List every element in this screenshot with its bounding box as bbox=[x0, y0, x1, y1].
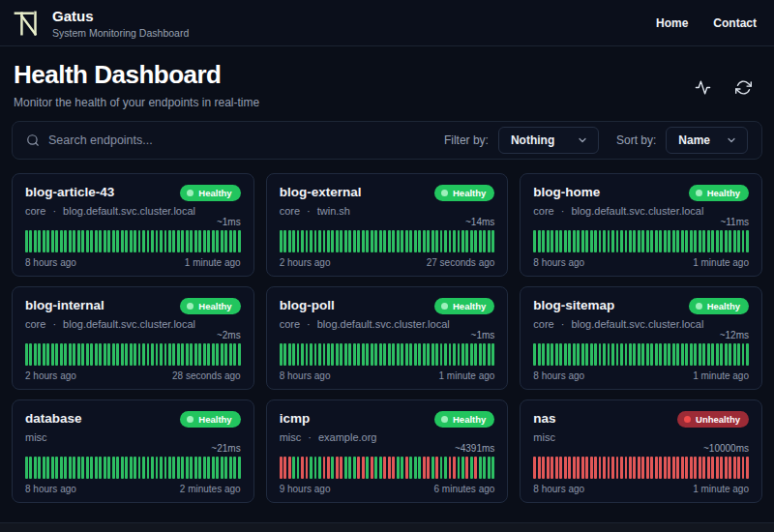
uptime-bar-success[interactable] bbox=[280, 343, 283, 366]
uptime-bar-failure[interactable] bbox=[720, 457, 723, 479]
uptime-bar-success[interactable] bbox=[659, 230, 662, 252]
uptime-bar-success[interactable] bbox=[646, 230, 649, 252]
uptime-bar-failure[interactable] bbox=[672, 457, 675, 479]
uptime-bar-success[interactable] bbox=[34, 343, 37, 366]
uptime-bar-success[interactable] bbox=[107, 457, 110, 479]
uptime-bar-success[interactable] bbox=[388, 230, 391, 252]
uptime-bar-success[interactable] bbox=[190, 230, 193, 252]
uptime-bar-success[interactable] bbox=[138, 457, 141, 479]
uptime-bar-success[interactable] bbox=[134, 457, 136, 479]
uptime-bar-success[interactable] bbox=[336, 343, 339, 366]
uptime-bar-success[interactable] bbox=[491, 343, 494, 366]
uptime-bar-success[interactable] bbox=[479, 343, 482, 366]
uptime-bar-success[interactable] bbox=[611, 230, 614, 252]
uptime-bar-success[interactable] bbox=[414, 457, 417, 479]
uptime-bar-success[interactable] bbox=[216, 230, 219, 252]
uptime-bar-success[interactable] bbox=[458, 230, 461, 252]
uptime-bar-success[interactable] bbox=[650, 343, 653, 366]
uptime-bar-failure[interactable] bbox=[685, 457, 688, 479]
uptime-bar-success[interactable] bbox=[577, 343, 580, 366]
uptime-bar-success[interactable] bbox=[306, 343, 309, 366]
uptime-bar-success[interactable] bbox=[238, 457, 241, 479]
uptime-bar-failure[interactable] bbox=[474, 457, 477, 479]
uptime-bar-success[interactable] bbox=[559, 230, 562, 252]
uptime-bar-success[interactable] bbox=[371, 343, 373, 366]
endpoint-card[interactable]: icmp Healthy misc · example.org ~4391ms … bbox=[266, 399, 509, 503]
uptime-bar-success[interactable] bbox=[746, 230, 749, 252]
uptime-bar-success[interactable] bbox=[733, 230, 736, 252]
uptime-bar-success[interactable] bbox=[238, 230, 241, 252]
uptime-bar-success[interactable] bbox=[172, 230, 175, 252]
uptime-bar-success[interactable] bbox=[233, 343, 236, 366]
uptime-bar-success[interactable] bbox=[229, 343, 232, 366]
uptime-bar-failure[interactable] bbox=[585, 457, 588, 479]
uptime-bar-success[interactable] bbox=[156, 230, 159, 252]
uptime-bar-success[interactable] bbox=[694, 230, 697, 252]
uptime-bar-success[interactable] bbox=[46, 457, 49, 479]
uptime-bar-failure[interactable] bbox=[676, 457, 679, 479]
uptime-bar-failure[interactable] bbox=[564, 457, 567, 479]
uptime-bar-success[interactable] bbox=[366, 343, 369, 366]
uptime-bar-failure[interactable] bbox=[280, 457, 283, 479]
uptime-bar-failure[interactable] bbox=[288, 457, 291, 479]
uptime-bar-success[interactable] bbox=[344, 230, 347, 252]
uptime-bar-success[interactable] bbox=[547, 343, 550, 366]
uptime-bar-success[interactable] bbox=[401, 230, 403, 252]
endpoint-card[interactable]: blog-article-43 Healthy core · blog.defa… bbox=[12, 173, 254, 277]
uptime-bar-failure[interactable] bbox=[533, 457, 536, 479]
uptime-bar-success[interactable] bbox=[418, 343, 421, 366]
uptime-bar-success[interactable] bbox=[212, 457, 215, 479]
uptime-bar-success[interactable] bbox=[55, 230, 58, 252]
uptime-bar-success[interactable] bbox=[190, 343, 193, 366]
uptime-bar-success[interactable] bbox=[43, 343, 45, 366]
uptime-bar-success[interactable] bbox=[314, 343, 317, 366]
uptime-bar-success[interactable] bbox=[357, 230, 360, 252]
uptime-bar-success[interactable] bbox=[130, 457, 133, 479]
uptime-bar-success[interactable] bbox=[664, 343, 667, 366]
uptime-bar-failure[interactable] bbox=[465, 457, 468, 479]
uptime-bar-failure[interactable] bbox=[729, 457, 731, 479]
uptime-bar-failure[interactable] bbox=[590, 457, 593, 479]
uptime-bar-success[interactable] bbox=[147, 343, 150, 366]
uptime-bar-success[interactable] bbox=[297, 343, 300, 366]
uptime-bar-success[interactable] bbox=[488, 230, 491, 252]
uptime-bar-success[interactable] bbox=[461, 230, 464, 252]
uptime-bar-success[interactable] bbox=[138, 230, 141, 252]
uptime-bar-success[interactable] bbox=[64, 230, 67, 252]
uptime-bar-success[interactable] bbox=[186, 230, 189, 252]
uptime-bar-success[interactable] bbox=[125, 343, 128, 366]
uptime-bar-success[interactable] bbox=[353, 343, 356, 366]
uptime-bar-success[interactable] bbox=[297, 230, 300, 252]
uptime-bar-failure[interactable] bbox=[655, 457, 658, 479]
uptime-bar-success[interactable] bbox=[608, 230, 610, 252]
uptime-bar-success[interactable] bbox=[573, 230, 576, 252]
uptime-bar-success[interactable] bbox=[423, 343, 426, 366]
uptime-bar-success[interactable] bbox=[371, 230, 373, 252]
uptime-bar-success[interactable] bbox=[331, 230, 334, 252]
uptime-bar-success[interactable] bbox=[194, 230, 197, 252]
uptime-bar-success[interactable] bbox=[38, 457, 41, 479]
uptime-bar-failure[interactable] bbox=[608, 457, 610, 479]
uptime-bar-success[interactable] bbox=[43, 230, 45, 252]
uptime-bar-failure[interactable] bbox=[577, 457, 580, 479]
uptime-bar-failure[interactable] bbox=[664, 457, 667, 479]
uptime-bar-failure[interactable] bbox=[629, 457, 632, 479]
uptime-bar-success[interactable] bbox=[542, 230, 545, 252]
uptime-bar-success[interactable] bbox=[38, 230, 41, 252]
uptime-bar-success[interactable] bbox=[538, 230, 541, 252]
uptime-bar-success[interactable] bbox=[585, 230, 588, 252]
uptime-bar-success[interactable] bbox=[568, 230, 571, 252]
uptime-bar-failure[interactable] bbox=[427, 457, 430, 479]
uptime-bar-success[interactable] bbox=[444, 457, 447, 479]
uptime-bar-success[interactable] bbox=[479, 457, 482, 479]
uptime-bar-success[interactable] bbox=[43, 457, 45, 479]
uptime-bar-success[interactable] bbox=[707, 230, 710, 252]
uptime-bar-success[interactable] bbox=[86, 457, 89, 479]
uptime-bar-success[interactable] bbox=[142, 343, 145, 366]
uptime-bar-success[interactable] bbox=[641, 230, 644, 252]
uptime-bar-success[interactable] bbox=[318, 343, 321, 366]
uptime-bar-success[interactable] bbox=[449, 230, 452, 252]
uptime-bar-failure[interactable] bbox=[547, 457, 550, 479]
uptime-bar-failure[interactable] bbox=[568, 457, 571, 479]
uptime-bar-success[interactable] bbox=[418, 230, 421, 252]
